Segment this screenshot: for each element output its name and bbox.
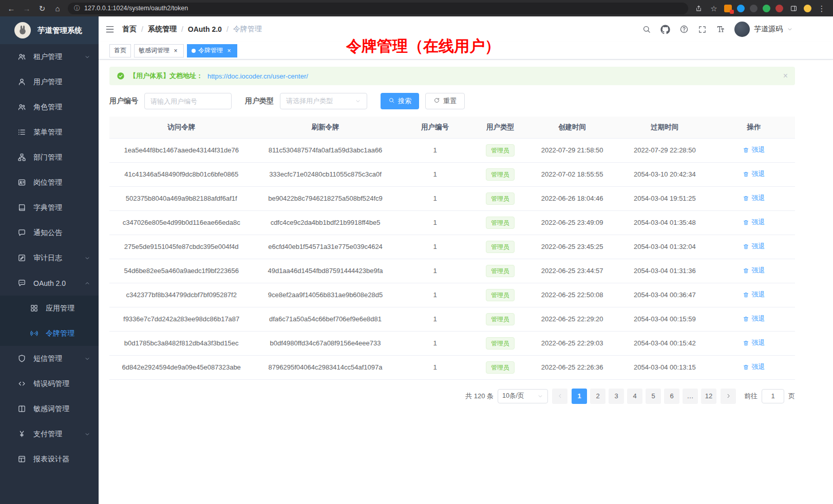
search-icon [388, 97, 395, 105]
tab-close-icon[interactable]: × [225, 47, 233, 54]
page-number-button[interactable]: 5 [646, 389, 661, 404]
cell-refresh-token: dfa6c71a50a54c66bef706ef9e6e8d81 [253, 307, 397, 331]
force-logout-button[interactable]: 强退 [743, 145, 765, 154]
user-id-input[interactable] [144, 93, 232, 109]
force-logout-button[interactable]: 强退 [743, 266, 765, 275]
force-logout-button[interactable]: 强退 [743, 290, 765, 299]
goto-page-input[interactable] [762, 389, 784, 403]
force-logout-button[interactable]: 强退 [743, 314, 765, 323]
force-logout-button[interactable]: 强退 [743, 338, 765, 347]
sidebar-item-0[interactable]: 租户管理 [0, 44, 99, 69]
page-number-button[interactable]: 1 [572, 389, 587, 404]
tab[interactable]: 敏感词管理 × [134, 44, 184, 57]
force-logout-button[interactable]: 强退 [743, 169, 765, 179]
menu-fold-icon[interactable] [105, 24, 115, 34]
reload-button[interactable]: ↻ [37, 5, 47, 12]
sidebar-item-10[interactable]: 短信管理 [0, 346, 99, 371]
user-type-select[interactable]: 请选择用户类型 [280, 93, 367, 109]
table-row: c342377bf8b344799dcbf7bf095287f2 9ce8ef2… [109, 283, 795, 307]
search-button[interactable]: 搜索 [381, 93, 419, 109]
sidebar-item-9-1[interactable]: 令牌管理 [0, 321, 99, 346]
tab-close-icon[interactable]: × [172, 47, 179, 54]
bookmark-star-icon[interactable]: ☆ [709, 5, 719, 12]
home-button[interactable]: ⌂ [52, 5, 63, 12]
page-number-button[interactable]: 6 [664, 389, 679, 404]
alert-doc-link[interactable]: https://doc.iocoder.cn/user-center/ [207, 72, 308, 80]
force-logout-button[interactable]: 强退 [743, 218, 765, 227]
breadcrumb-item[interactable]: 系统管理 [148, 25, 177, 34]
extension-icon-1[interactable] [724, 5, 732, 12]
fullscreen-icon[interactable] [698, 25, 707, 34]
cell-expire-time: 2054-03-04 01:31:36 [617, 259, 713, 283]
profile-avatar-icon[interactable] [804, 5, 811, 12]
sidebar-item-label: 审计日志 [33, 254, 62, 263]
sidebar-item-14[interactable]: 报表设计器 [0, 447, 99, 472]
page-size-select[interactable]: 10条/页 [498, 389, 548, 403]
extension-icon-2[interactable] [737, 5, 745, 12]
force-logout-label: 强退 [751, 266, 765, 275]
font-size-icon[interactable] [716, 25, 725, 34]
sidebar-item-12[interactable]: 敏感词管理 [0, 396, 99, 421]
sidebar-item-9-0[interactable]: 应用管理 [0, 296, 99, 321]
user-menu[interactable]: 芋道源码 [734, 22, 793, 37]
user-type-tag: 管理员 [486, 337, 515, 350]
sidebar-item-9[interactable]: OAuth 2.0 [0, 270, 99, 296]
page-content: 【用户体系】文档地址： https://doc.iocoder.cn/user-… [99, 60, 833, 504]
page-number-button[interactable]: 2 [590, 389, 605, 404]
force-logout-button[interactable]: 强退 [743, 242, 765, 251]
cell-create-time: 2022-06-25 22:29:20 [527, 307, 617, 331]
github-icon[interactable] [660, 25, 670, 34]
page-number-button[interactable]: 4 [627, 389, 642, 404]
next-page-button[interactable] [721, 389, 736, 404]
doc-alert: 【用户体系】文档地址： https://doc.iocoder.cn/user-… [109, 67, 795, 85]
browser-more-menu-icon[interactable]: ⋮ [817, 5, 827, 12]
page-number-button[interactable]: 3 [609, 389, 624, 404]
force-logout-button[interactable]: 强退 [743, 362, 765, 372]
cell-refresh-token: 9ce8ef2aa9f14056b831ae9b608e28d5 [253, 283, 397, 307]
force-logout-button[interactable]: 强退 [743, 193, 765, 203]
page-number-button[interactable]: 12 [701, 389, 716, 404]
force-logout-label: 强退 [751, 218, 765, 227]
table-header-cell: 用户编号 [397, 117, 473, 138]
sidebar-item-2[interactable]: 角色管理 [0, 94, 99, 120]
sidebar-item-5[interactable]: 岗位管理 [0, 170, 99, 195]
back-button[interactable]: ← [6, 5, 16, 12]
prev-page-button[interactable] [552, 389, 567, 404]
sidebar-item-6[interactable]: 字典管理 [0, 195, 99, 220]
help-icon[interactable] [679, 25, 689, 34]
sidebar-panel-icon[interactable] [788, 5, 799, 12]
tab[interactable]: 令牌管理 × [187, 44, 237, 57]
extension-icon-5[interactable] [775, 5, 783, 12]
search-icon[interactable] [642, 25, 651, 34]
breadcrumb-separator: / [226, 25, 229, 33]
sidebar-item-11[interactable]: 错误码管理 [0, 371, 99, 396]
cell-access-token: 1ea5e44f8bc1467aaede43144f31de76 [109, 138, 253, 162]
sidebar-item-icon [17, 203, 26, 212]
cell-actions: 强退 [713, 307, 795, 331]
site-info-icon[interactable]: ⓘ [74, 4, 80, 13]
address-bar[interactable]: ⓘ 127.0.0.1:1024/system/oauth2/token [68, 3, 688, 14]
sidebar-item-1[interactable]: 用户管理 [0, 69, 99, 94]
sidebar-item-label: 部门管理 [33, 153, 62, 162]
tab[interactable]: 首页 [109, 44, 131, 57]
extension-icon-4[interactable] [763, 5, 770, 12]
extension-icon-3[interactable] [750, 5, 758, 12]
sidebar-item-icon [17, 77, 26, 86]
reset-button[interactable]: 重置 [425, 93, 465, 109]
cell-user-type: 管理员 [473, 355, 528, 379]
sidebar-item-4[interactable]: 部门管理 [0, 145, 99, 170]
sidebar-item-7[interactable]: 通知公告 [0, 220, 99, 245]
forward-button[interactable]: → [22, 5, 32, 12]
share-icon[interactable] [693, 5, 704, 12]
more-pages-button[interactable]: … [683, 389, 698, 404]
alert-close-icon[interactable]: × [783, 72, 788, 80]
cell-refresh-token: be90422b8c7946218275a508bf524fc9 [253, 186, 397, 210]
cell-create-time: 2022-06-25 23:45:25 [527, 235, 617, 259]
sidebar-item-3[interactable]: 菜单管理 [0, 120, 99, 145]
breadcrumb-item[interactable]: OAuth 2.0 [188, 25, 222, 33]
breadcrumb-item[interactable]: 首页 [122, 25, 137, 34]
sidebar-item-8[interactable]: 审计日志 [0, 245, 99, 270]
sidebar-item-13[interactable]: 支付管理 [0, 421, 99, 447]
table-row: 1ea5e44f8bc1467aaede43144f31de76 811c530… [109, 138, 795, 162]
cell-access-token: b0d1785bc3a8482f812db4a3f3bd15ec [109, 331, 253, 355]
